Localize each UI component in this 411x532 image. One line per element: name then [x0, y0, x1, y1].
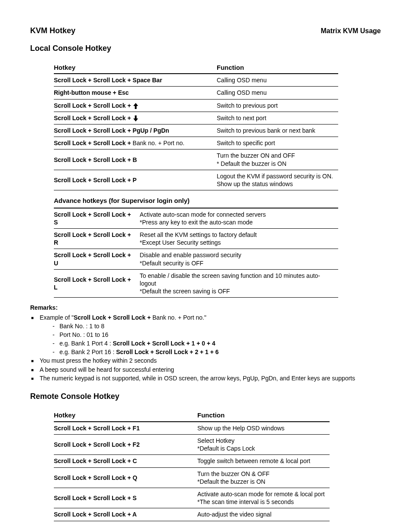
table-row: Scroll Lock + Scroll Lock + AAuto-adjust…: [54, 508, 330, 521]
function-cell: Calling OSD menu: [217, 87, 338, 99]
table-row: Scroll Lock + Scroll Lock + Switch to ne…: [54, 112, 338, 124]
section-title-local: Local Console Hotkey: [30, 44, 381, 53]
table-row: Scroll Lock + Scroll Lock + BTurn the bu…: [54, 149, 338, 170]
th-function-remote: Function: [197, 409, 330, 422]
function-cell: To enable / disable the screen saving fu…: [140, 269, 338, 298]
remote-hotkey-table: Hotkey Function Scroll Lock + Scroll Loc…: [54, 409, 330, 521]
th-hotkey-remote: Hotkey: [54, 409, 197, 422]
table-row: Scroll Lock + Scroll Lock + Space BarCal…: [54, 74, 338, 87]
hotkey-cell: Scroll Lock + Scroll Lock + C: [54, 455, 197, 467]
function-cell: Logout the KVM if password security is O…: [217, 170, 338, 190]
table-row: Scroll Lock + Scroll Lock + CToggle swit…: [54, 455, 330, 467]
function-cell: Switch to previous bank or next bank: [217, 124, 338, 137]
hotkey-cell: Scroll Lock + Scroll Lock + F2: [54, 435, 197, 455]
arrow-up-icon: [133, 102, 139, 109]
table-row: Scroll Lock + Scroll Lock + PLogout the …: [54, 170, 338, 190]
hotkey-cell: Scroll Lock + Scroll Lock + Q: [54, 467, 197, 488]
arrow-down-icon: [133, 114, 139, 122]
section-title-remote: Remote Console Hotkey: [30, 392, 381, 401]
hotkey-cell: Scroll Lock + Scroll Lock + B: [54, 149, 217, 170]
advance-hotkey-table: Scroll Lock + Scroll Lock + SActivate au…: [54, 208, 338, 298]
header-right: Matrix KVM Usage: [321, 27, 381, 36]
table-row: Scroll Lock + Scroll Lock + LTo enable /…: [54, 269, 338, 298]
table-row: Scroll Lock + Scroll Lock + UDisable and…: [54, 249, 338, 269]
table-row: Right-button mouse + EscCalling OSD menu: [54, 87, 338, 99]
advance-hotkeys-title: Advance hotkeys (for Supervisor login on…: [30, 196, 381, 205]
table-row: Scroll Lock + Scroll Lock + RReset all t…: [54, 229, 338, 249]
function-cell: Show up the Help OSD windows: [197, 422, 330, 435]
header-left: KVM Hotkey: [30, 26, 75, 36]
function-cell: Switch to specific port: [217, 137, 338, 149]
hotkey-cell: Scroll Lock + Scroll Lock +: [54, 99, 217, 112]
remarks-list: Example of "Scroll Lock + Scroll Lock + …: [30, 314, 381, 383]
hotkey-cell: Right-button mouse + Esc: [54, 87, 217, 99]
table-row: Scroll Lock + Scroll Lock + F2Select Hot…: [54, 435, 330, 455]
remark-eg2: e.g. Bank 2 Port 16 : Scroll Lock + Scro…: [53, 348, 381, 356]
function-cell: Auto-adjust the video signal: [197, 508, 330, 521]
function-cell: Switch to next port: [217, 112, 338, 124]
table-row: Scroll Lock + Scroll Lock + QTurn the bu…: [54, 467, 330, 488]
remark-2sec: You must press the hotkey within 2 secon…: [30, 357, 381, 364]
function-cell: Activate auto-scan mode for connected se…: [140, 208, 338, 229]
hotkey-cell: Scroll Lock + Scroll Lock + R: [54, 229, 140, 249]
remark-eg1: e.g. Bank 1 Port 4 : Scroll Lock + Scrol…: [53, 339, 381, 347]
function-cell: Activate auto-scan mode for remote & loc…: [197, 488, 330, 508]
hotkey-cell: Scroll Lock + Scroll Lock + L: [54, 269, 140, 298]
hotkey-cell: Scroll Lock + Scroll Lock + P: [54, 170, 217, 190]
function-cell: Switch to previous port: [217, 99, 338, 112]
hotkey-cell: Scroll Lock + Scroll Lock + Space Bar: [54, 74, 217, 87]
hotkey-cell: Scroll Lock + Scroll Lock + U: [54, 249, 140, 269]
th-function: Function: [217, 62, 338, 74]
function-cell: Disable and enable password security*Def…: [140, 249, 338, 269]
table-row: Scroll Lock + Scroll Lock + SActivate au…: [54, 488, 330, 508]
hotkey-cell: Scroll Lock + Scroll Lock + S: [54, 208, 140, 229]
function-cell: Toggle switch between remote & local por…: [197, 455, 330, 467]
th-hotkey: Hotkey: [54, 62, 217, 74]
function-cell: Turn the buzzer ON & OFF*Default the buz…: [197, 467, 330, 488]
hotkey-cell: Scroll Lock + Scroll Lock + S: [54, 488, 197, 508]
hotkey-cell: Scroll Lock + Scroll Lock + Bank no. + P…: [54, 137, 217, 149]
table-row: Scroll Lock + Scroll Lock + Switch to pr…: [54, 99, 338, 112]
page-header: KVM Hotkey Matrix KVM Usage: [30, 26, 381, 36]
table-row: Scroll Lock + Scroll Lock + PgUp / PgDnS…: [54, 124, 338, 137]
remark-example: Example of "Scroll Lock + Scroll Lock + …: [30, 314, 381, 356]
function-cell: Reset all the KVM settings to factory de…: [140, 229, 338, 249]
function-cell: Calling OSD menu: [217, 74, 338, 87]
hotkey-cell: Scroll Lock + Scroll Lock +: [54, 112, 217, 124]
table-row: Scroll Lock + Scroll Lock + SActivate au…: [54, 208, 338, 229]
hotkey-cell: Scroll Lock + Scroll Lock + PgUp / PgDn: [54, 124, 217, 137]
function-cell: Turn the buzzer ON and OFF* Default the …: [217, 149, 338, 170]
table-row: Scroll Lock + Scroll Lock + F1Show up th…: [54, 422, 330, 435]
function-cell: Select Hotkey*Default is Caps Lock: [197, 435, 330, 455]
table-row: Scroll Lock + Scroll Lock + Bank no. + P…: [54, 137, 338, 149]
remark-bank: Bank No. : 1 to 8: [53, 322, 381, 330]
local-hotkey-table: Hotkey Function Scroll Lock + Scroll Loc…: [54, 62, 338, 190]
remarks-title: Remarks:: [30, 304, 381, 311]
remark-beep: A beep sound will be heard for successfu…: [30, 366, 381, 373]
hotkey-cell: Scroll Lock + Scroll Lock + F1: [54, 422, 197, 435]
remark-numpad: The numeric keypad is not supported, whi…: [30, 374, 381, 382]
hotkey-cell: Scroll Lock + Scroll Lock + A: [54, 508, 197, 521]
remark-port: Port No. : 01 to 16: [53, 331, 381, 339]
